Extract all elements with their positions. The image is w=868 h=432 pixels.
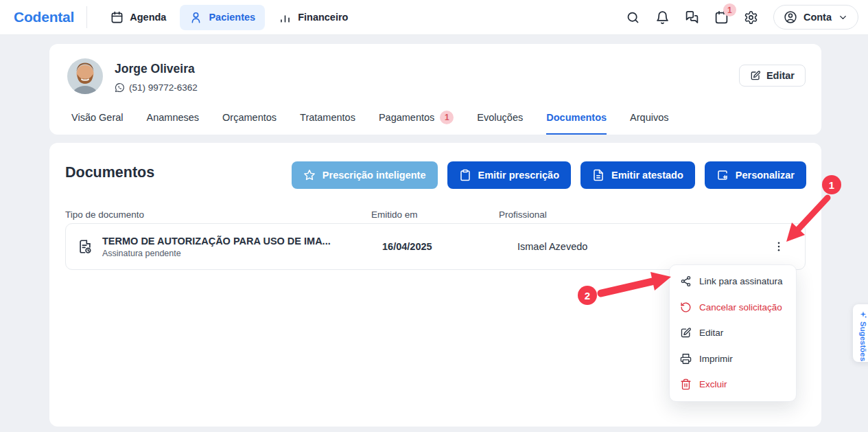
edit-patient-button[interactable]: Editar bbox=[739, 65, 806, 87]
tab-orcamentos[interactable]: Orçamentos bbox=[222, 111, 277, 135]
patient-phone-number: (51) 99772-6362 bbox=[129, 82, 198, 93]
messages-button[interactable] bbox=[679, 3, 706, 31]
pencil-square-icon bbox=[750, 70, 761, 81]
menu-item-label: Excluir bbox=[699, 379, 727, 389]
tab-evolucoes[interactable]: Evoluções bbox=[477, 111, 523, 135]
bell-icon bbox=[655, 10, 670, 25]
frame-plus-icon bbox=[716, 169, 729, 181]
chat-bubbles-icon bbox=[685, 10, 699, 25]
top-navbar: Codental Agenda Pacientes Financeiro 1 bbox=[0, 0, 868, 35]
column-header-professional: Profissional bbox=[499, 209, 767, 220]
smart-prescription-button[interactable]: Prescrição inteligente bbox=[292, 161, 438, 189]
rotate-ccw-icon bbox=[680, 302, 692, 313]
patient-header-card: Jorge Oliveira (51) 99772-6362 Editar Vi… bbox=[49, 44, 821, 135]
smart-prescription-label: Prescrição inteligente bbox=[322, 170, 426, 181]
document-info: TERMO DE AUTORIZAÇÃO PARA USO DE IMA... … bbox=[102, 236, 331, 258]
calendar-notification-badge: 1 bbox=[723, 3, 736, 16]
kebab-menu-icon bbox=[773, 240, 785, 253]
printer-icon bbox=[680, 353, 692, 365]
edit-patient-label: Editar bbox=[766, 70, 795, 81]
nav-item-pacientes[interactable]: Pacientes bbox=[180, 5, 265, 30]
navbar-divider bbox=[86, 6, 87, 28]
nav-item-financeiro[interactable]: Financeiro bbox=[269, 5, 357, 30]
row-context-menu: Link para assinatura Cancelar solicitaçã… bbox=[669, 264, 797, 402]
documents-actions: Prescrição inteligente Emitir prescrição… bbox=[292, 161, 806, 189]
navbar-actions: 1 Conta bbox=[620, 3, 868, 31]
column-header-date: Emitido em bbox=[371, 209, 499, 220]
patient-avatar bbox=[67, 58, 103, 94]
nav-item-label: Agenda bbox=[130, 12, 166, 23]
document-type-cell: TERMO DE AUTORIZAÇÃO PARA USO DE IMA... … bbox=[66, 236, 372, 258]
table-row[interactable]: TERMO DE AUTORIZAÇÃO PARA USO DE IMA... … bbox=[65, 223, 806, 270]
trash-icon bbox=[680, 378, 692, 390]
customize-label: Personalizar bbox=[736, 170, 795, 181]
main-nav: Agenda Pacientes Financeiro bbox=[101, 5, 357, 30]
menu-item-label: Cancelar solicitação bbox=[699, 302, 782, 312]
column-header-type: Tipo de documento bbox=[65, 209, 371, 220]
tab-tratamentos[interactable]: Tratamentos bbox=[300, 111, 355, 135]
tab-label: Visão Geral bbox=[71, 112, 124, 123]
tab-documentos[interactable]: Documentos bbox=[546, 111, 607, 135]
tab-label: Documentos bbox=[546, 112, 607, 123]
emit-prescription-label: Emitir prescrição bbox=[478, 170, 559, 181]
notifications-button[interactable] bbox=[649, 3, 677, 31]
tab-arquivos[interactable]: Arquivos bbox=[630, 111, 668, 135]
tab-label: Arquivos bbox=[630, 112, 668, 123]
sparkles-icon bbox=[859, 310, 867, 319]
menu-item-excluir[interactable]: Excluir bbox=[670, 372, 796, 398]
tab-label: Tratamentos bbox=[300, 112, 355, 123]
documents-card: Documentos Prescrição inteligente Emitir… bbox=[49, 143, 821, 427]
document-date: 16/04/2025 bbox=[372, 241, 500, 252]
row-actions-button[interactable] bbox=[766, 234, 791, 259]
emit-certificate-button[interactable]: Emitir atestado bbox=[580, 161, 695, 189]
menu-item-imprimir[interactable]: Imprimir bbox=[670, 346, 796, 372]
user-icon bbox=[189, 11, 202, 24]
calendar-icon bbox=[110, 11, 124, 24]
schedule-alerts-button[interactable]: 1 bbox=[708, 3, 736, 31]
clipboard-icon bbox=[459, 169, 471, 181]
search-button[interactable] bbox=[620, 3, 647, 31]
menu-item-link-para-assinatura[interactable]: Link para assinatura bbox=[670, 269, 796, 295]
menu-item-cancelar-solicitacao[interactable]: Cancelar solicitação bbox=[670, 295, 796, 321]
patient-phone: (51) 99772-6362 bbox=[115, 82, 198, 93]
user-circle-icon bbox=[784, 10, 797, 24]
search-icon bbox=[626, 10, 640, 25]
documents-table-header: Tipo de documento Emitido em Profissiona… bbox=[65, 209, 806, 220]
document-status: Assinatura pendente bbox=[102, 249, 331, 258]
tab-visao-geral[interactable]: Visão Geral bbox=[71, 111, 124, 135]
share-icon bbox=[680, 275, 692, 287]
menu-item-editar[interactable]: Editar bbox=[670, 320, 796, 346]
account-label: Conta bbox=[804, 12, 832, 23]
tab-anamneses[interactable]: Anamneses bbox=[147, 111, 200, 135]
document-professional: Ismael Azevedo bbox=[500, 241, 766, 252]
pagamentos-badge: 1 bbox=[440, 111, 454, 124]
file-text-icon bbox=[592, 169, 605, 181]
menu-item-label: Editar bbox=[699, 328, 723, 338]
suggestions-label: Sugestões bbox=[859, 321, 867, 361]
document-name: TERMO DE AUTORIZAÇÃO PARA USO DE IMA... bbox=[102, 236, 331, 247]
pencil-square-icon bbox=[680, 327, 692, 339]
tab-label: Pagamentos bbox=[379, 112, 434, 123]
file-pending-icon bbox=[78, 239, 93, 254]
customize-button[interactable]: Personalizar bbox=[705, 161, 806, 189]
emit-certificate-label: Emitir atestado bbox=[611, 170, 683, 181]
emit-prescription-button[interactable]: Emitir prescrição bbox=[447, 161, 571, 189]
menu-item-label: Link para assinatura bbox=[699, 276, 783, 286]
star-icon bbox=[303, 169, 316, 181]
bar-chart-icon bbox=[279, 11, 292, 24]
gear-icon bbox=[744, 10, 758, 25]
patient-tabs: Visão Geral Anamneses Orçamentos Tratame… bbox=[71, 111, 669, 135]
tab-label: Anamneses bbox=[147, 112, 200, 123]
documents-title: Documentos bbox=[65, 164, 154, 181]
account-menu-button[interactable]: Conta bbox=[773, 5, 858, 30]
codental-logo[interactable]: Codental bbox=[14, 9, 74, 25]
menu-item-label: Imprimir bbox=[699, 354, 733, 364]
tab-pagamentos[interactable]: Pagamentos 1 bbox=[379, 111, 454, 135]
tab-label: Orçamentos bbox=[222, 112, 277, 123]
nav-item-agenda[interactable]: Agenda bbox=[101, 5, 176, 30]
avatar-photo bbox=[67, 58, 103, 94]
nav-item-label: Pacientes bbox=[209, 12, 255, 23]
settings-button[interactable] bbox=[738, 3, 765, 31]
chevron-down-icon bbox=[838, 12, 848, 23]
suggestions-side-tab[interactable]: Sugestões bbox=[853, 304, 868, 362]
